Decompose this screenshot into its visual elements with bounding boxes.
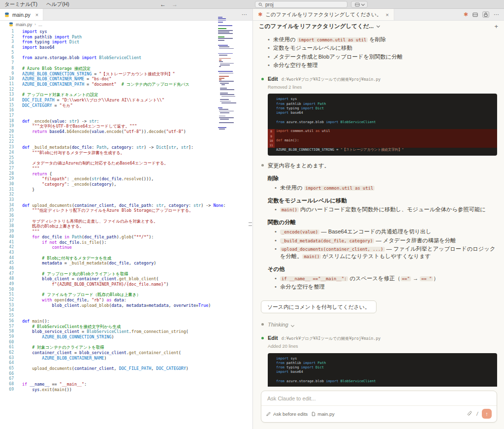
code-line[interactable]: 45 metadata = _build_metadata(doc_file, … [0, 261, 252, 266]
minimap[interactable] [218, 17, 234, 131]
code-line[interactable]: 58 blob_service_client = BlobServiceClie… [0, 329, 252, 334]
code-line[interactable]: 51 # ファイルをアップロード（既存のBlobは上書き） [0, 292, 252, 297]
code-line[interactable]: 67 [0, 376, 252, 382]
code-line[interactable]: 31 } [0, 187, 252, 193]
panel-more-actions[interactable]: ⋯ [494, 11, 500, 18]
code-line[interactable]: 44 # Blobに付与するメタデータを生成 [0, 256, 252, 261]
conversation-selector[interactable]: このファイルをリファクタリングしてくだ... + [253, 21, 504, 32]
code-line[interactable]: 54 [0, 308, 252, 313]
context-file-chip[interactable]: main.py [312, 411, 334, 417]
new-conversation-button[interactable]: + [494, 23, 498, 30]
code-line[interactable]: 52 with open(doc_file, "rb") as data: [0, 297, 252, 303]
editor-more-actions[interactable]: ⋯ [242, 9, 252, 20]
code-line[interactable]: 66 [0, 371, 252, 377]
layout-toggle-button[interactable] [351, 1, 368, 8]
code-line[interactable]: 69 sys.exit(main()) [0, 387, 252, 393]
code-line[interactable]: 7 [0, 61, 252, 66]
slash-command-icon[interactable]: / [476, 411, 478, 417]
lock-icon[interactable] [482, 11, 489, 18]
code-line[interactable]: 63 AZURE_BLOB_CONTAINER_NAME) [0, 356, 252, 361]
code-line[interactable]: 61 # 対象コンテナのクライアントを取得 [0, 345, 252, 350]
code-line[interactable]: 30 "category": _encode(category), [0, 182, 252, 187]
edit-tool-row[interactable]: Editd:¥work¥ブログ¥AIツールでの開発¥proj¥main.py [261, 334, 497, 342]
code-line[interactable]: 59 AZURE_BLOB_CONNECTION_STRING) [0, 334, 252, 340]
code-line[interactable]: 60 [0, 340, 252, 345]
split-editor-icon[interactable] [472, 12, 478, 17]
code-line[interactable]: 48 blob_client = container_client.get_bl… [0, 276, 252, 282]
forward-arrow-icon[interactable]: → [172, 1, 178, 8]
code-area[interactable]: 1import sys2from pathlib import Path3fro… [0, 28, 252, 392]
code-line[interactable]: 40 for doc_file in Path(doc_file_path).g… [0, 234, 252, 240]
code-line[interactable]: 25 [0, 156, 252, 161]
code-line[interactable]: 55 [0, 313, 252, 319]
code-line[interactable]: 12 [0, 87, 252, 93]
code-line[interactable]: 41 if not doc_file.is_file(): [0, 240, 252, 245]
code-line[interactable]: 19 """文字列をUTF-8でBase64エンコードして返す。""" [0, 124, 252, 129]
tab-claude-chat[interactable]: ✱ このファイルをリファクタリングしてください。 × [253, 9, 394, 20]
menu-terminal[interactable]: ターミナル(T) [0, 1, 42, 8]
code-line[interactable]: 10AZURE_BLOB_CONTAINER_NAME = "bs-doc" [0, 76, 252, 82]
breadcrumb[interactable]: main.py › ... [0, 21, 252, 28]
code-line[interactable]: 5 [0, 50, 252, 56]
code-line[interactable]: 39 """ [0, 229, 252, 234]
code-line[interactable]: 27 """ [0, 166, 252, 171]
code-line[interactable]: 34def upload_documents(container_client,… [0, 203, 252, 208]
code-line[interactable]: 38 既存のBlobは上書きする。 [0, 224, 252, 229]
command-center-search[interactable]: proj [255, 1, 347, 8]
code-line[interactable]: 68if __name__ == "__main__": [0, 382, 252, 387]
code-line[interactable]: 11AZURE_BLOB_CONTAINER_PATH = "document"… [0, 82, 252, 87]
send-button[interactable]: ↑ [482, 409, 492, 419]
code-line[interactable]: 18def _encode(value: str) -> str: [0, 119, 252, 124]
code-line[interactable]: 29 "filepath": _encode(str(doc_file.reso… [0, 176, 252, 182]
menu-help[interactable]: ヘルプ(H) [42, 1, 74, 8]
close-icon[interactable]: × [35, 12, 38, 18]
code-line[interactable]: 4import base64 [0, 45, 252, 50]
code-line[interactable]: 43 [0, 250, 252, 256]
code-line[interactable]: 17 [0, 113, 252, 119]
code-line[interactable]: 6from azure.storage.blob import BlobServ… [0, 55, 252, 61]
chat-input-placeholder[interactable]: Ask Claude to edit... [261, 391, 497, 405]
code-line[interactable]: 21 [0, 134, 252, 140]
attach-paperclip-icon[interactable] [467, 411, 472, 417]
code-line[interactable]: 57 # BlobServiceClientを接続文字列から生成 [0, 324, 252, 330]
code-line[interactable]: 64 [0, 361, 252, 366]
code-line[interactable]: 53 blob_client.upload_blob(data, metadat… [0, 303, 252, 308]
code-line[interactable]: 1import sys [0, 29, 252, 34]
chat-input-box[interactable]: Ask Claude to edit... Ask before edits m… [261, 391, 497, 423]
code-line[interactable]: 42 continue [0, 245, 252, 250]
code-line[interactable]: 16 [0, 108, 252, 113]
close-icon[interactable]: × [385, 12, 388, 18]
thinking-row[interactable]: Thinking [261, 321, 497, 329]
code-line[interactable]: 37 サブディレクトリも再帰的に走査し、ファイルのみを対象とする。 [0, 219, 252, 224]
edit-tool-row[interactable]: Editd:¥work¥ブログ¥AIツールでの開発¥proj¥main.py [261, 75, 497, 83]
code-line[interactable]: 62 container_client = blob_service_clien… [0, 350, 252, 356]
code-line[interactable]: 3from typing import Dict [0, 39, 252, 45]
code-line[interactable]: 56def main(): [0, 319, 252, 324]
code-line[interactable]: 23def _build_metadata(doc_file: Path, ca… [0, 145, 252, 150]
code-line[interactable]: 9AZURE_BLOB_CONNECTION_STRING = "【ストレージア… [0, 71, 252, 77]
code-line[interactable]: 35 """指定ディレクトリ配下のファイルをAzure Blob Storage… [0, 208, 252, 213]
code-line[interactable]: 13# アップロード対象ドキュメントの設定 [0, 92, 252, 98]
code-line[interactable]: 24 """Blobに付与するメタデータ辞書を生成する。 [0, 150, 252, 156]
edit-mode-selector[interactable]: Ask before edits [266, 411, 308, 417]
code-line[interactable]: 26 メタデータの値はAzureの制約に対応するためBase64エンコードする。 [0, 161, 252, 166]
code-line[interactable]: 50 [0, 287, 252, 293]
claude-icon[interactable]: ✱ [464, 12, 468, 17]
sash-handle[interactable] [249, 222, 252, 226]
code-line[interactable]: 36 [0, 213, 252, 219]
tab-main-py[interactable]: main.py × [0, 9, 43, 20]
code-line[interactable]: 8# Azure Blob Storage 接続設定 [0, 66, 252, 71]
code-line[interactable]: 49 f"{AZURE_BLOB_CONTAINER_PATH}/{doc_fi… [0, 282, 252, 287]
code-line[interactable]: 47 # アップロード先のBlobクライアントを取得 [0, 271, 252, 277]
code-line[interactable]: 20 return base64.b64encode(value.encode(… [0, 129, 252, 134]
code-line[interactable]: 2from pathlib import Path [0, 34, 252, 40]
code-line[interactable]: 28 return { [0, 171, 252, 177]
code-line[interactable]: 46 [0, 266, 252, 271]
code-line[interactable]: 15DOC_CATEGORY = "モカ" [0, 103, 252, 108]
code-line[interactable]: 32 [0, 192, 252, 198]
code-line[interactable]: 33 [0, 198, 252, 203]
code-line[interactable]: 14DOC_FILE_PATH = "D:\\work\\ブログ\\Azure … [0, 98, 252, 103]
code-line[interactable]: 22 [0, 139, 252, 145]
code-line[interactable]: 65 upload_documents(container_client, DO… [0, 366, 252, 371]
back-arrow-icon[interactable]: ← [160, 1, 166, 8]
